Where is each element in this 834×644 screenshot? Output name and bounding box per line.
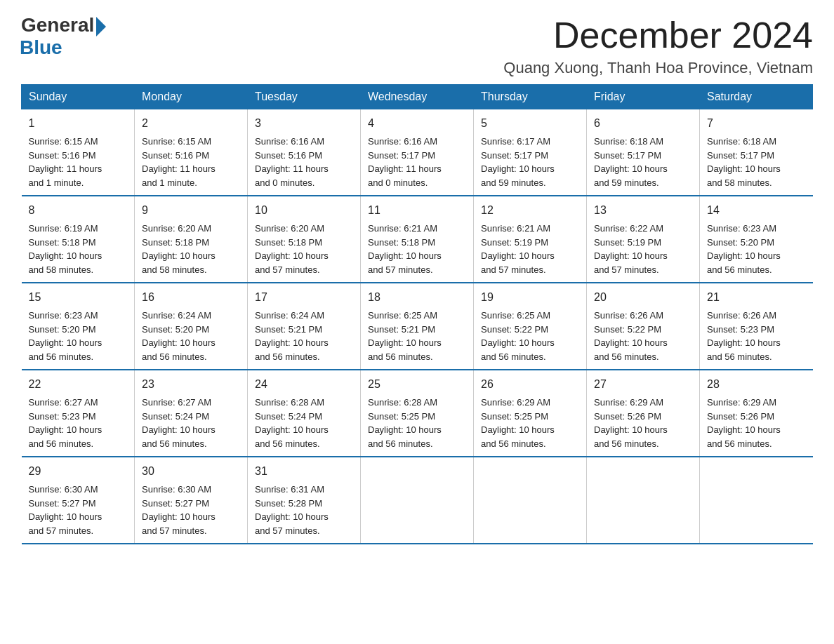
- calendar-cell: 29Sunrise: 6:30 AMSunset: 5:27 PMDayligh…: [22, 457, 135, 544]
- calendar-cell: 14Sunrise: 6:23 AMSunset: 5:20 PMDayligh…: [700, 196, 813, 283]
- cell-info: Sunrise: 6:27 AMSunset: 5:23 PMDaylight:…: [29, 396, 128, 450]
- cell-info: Sunrise: 6:25 AMSunset: 5:21 PMDaylight:…: [368, 309, 466, 363]
- cell-info: Sunrise: 6:29 AMSunset: 5:26 PMDaylight:…: [707, 396, 806, 450]
- cell-info: Sunrise: 6:28 AMSunset: 5:25 PMDaylight:…: [368, 396, 466, 450]
- week-row-5: 29Sunrise: 6:30 AMSunset: 5:27 PMDayligh…: [22, 457, 813, 544]
- cell-info: Sunrise: 6:17 AMSunset: 5:17 PMDaylight:…: [481, 135, 579, 189]
- day-number: 12: [481, 202, 579, 219]
- calendar-cell: 30Sunrise: 6:30 AMSunset: 5:27 PMDayligh…: [135, 457, 248, 544]
- calendar-cell: 6Sunrise: 6:18 AMSunset: 5:17 PMDaylight…: [587, 109, 700, 196]
- day-number: 4: [368, 115, 466, 132]
- calendar-cell: 12Sunrise: 6:21 AMSunset: 5:19 PMDayligh…: [474, 196, 587, 283]
- header-friday: Friday: [587, 85, 700, 109]
- day-number: 28: [707, 376, 806, 393]
- calendar-header-row: SundayMondayTuesdayWednesdayThursdayFrid…: [22, 85, 813, 109]
- cell-info: Sunrise: 6:30 AMSunset: 5:27 PMDaylight:…: [142, 483, 240, 537]
- day-number: 13: [594, 202, 692, 219]
- calendar-cell: 20Sunrise: 6:26 AMSunset: 5:22 PMDayligh…: [587, 283, 700, 370]
- week-row-3: 15Sunrise: 6:23 AMSunset: 5:20 PMDayligh…: [22, 283, 813, 370]
- day-number: 23: [142, 376, 240, 393]
- calendar-cell: 9Sunrise: 6:20 AMSunset: 5:18 PMDaylight…: [135, 196, 248, 283]
- day-number: 26: [481, 376, 579, 393]
- calendar-cell: [587, 457, 700, 544]
- cell-info: Sunrise: 6:24 AMSunset: 5:21 PMDaylight:…: [255, 309, 353, 363]
- calendar-cell: [474, 457, 587, 544]
- cell-info: Sunrise: 6:16 AMSunset: 5:16 PMDaylight:…: [255, 135, 353, 189]
- cell-info: Sunrise: 6:15 AMSunset: 5:16 PMDaylight:…: [29, 135, 128, 189]
- cell-info: Sunrise: 6:20 AMSunset: 5:18 PMDaylight:…: [255, 222, 353, 276]
- day-number: 31: [255, 463, 353, 480]
- day-number: 1: [29, 115, 128, 132]
- logo: General Blue: [21, 14, 106, 59]
- week-row-4: 22Sunrise: 6:27 AMSunset: 5:23 PMDayligh…: [22, 370, 813, 457]
- cell-info: Sunrise: 6:31 AMSunset: 5:28 PMDaylight:…: [255, 483, 353, 537]
- day-number: 29: [29, 463, 128, 480]
- cell-info: Sunrise: 6:18 AMSunset: 5:17 PMDaylight:…: [594, 135, 692, 189]
- day-number: 27: [594, 376, 692, 393]
- header-sunday: Sunday: [22, 85, 135, 109]
- cell-info: Sunrise: 6:23 AMSunset: 5:20 PMDaylight:…: [29, 309, 128, 363]
- cell-info: Sunrise: 6:19 AMSunset: 5:18 PMDaylight:…: [29, 222, 128, 276]
- header-wednesday: Wednesday: [361, 85, 474, 109]
- cell-info: Sunrise: 6:16 AMSunset: 5:17 PMDaylight:…: [368, 135, 466, 189]
- calendar-cell: 13Sunrise: 6:22 AMSunset: 5:19 PMDayligh…: [587, 196, 700, 283]
- day-number: 10: [255, 202, 353, 219]
- cell-info: Sunrise: 6:23 AMSunset: 5:20 PMDaylight:…: [707, 222, 806, 276]
- calendar-cell: 7Sunrise: 6:18 AMSunset: 5:17 PMDaylight…: [700, 109, 813, 196]
- cell-info: Sunrise: 6:26 AMSunset: 5:22 PMDaylight:…: [594, 309, 692, 363]
- calendar-table: SundayMondayTuesdayWednesdayThursdayFrid…: [21, 84, 813, 544]
- day-number: 15: [29, 289, 128, 306]
- cell-info: Sunrise: 6:24 AMSunset: 5:20 PMDaylight:…: [142, 309, 240, 363]
- calendar-cell: 26Sunrise: 6:29 AMSunset: 5:25 PMDayligh…: [474, 370, 587, 457]
- month-title: December 2024: [503, 14, 813, 56]
- page-header: General Blue December 2024 Quang Xuong, …: [21, 14, 813, 77]
- week-row-2: 8Sunrise: 6:19 AMSunset: 5:18 PMDaylight…: [22, 196, 813, 283]
- calendar-cell: 17Sunrise: 6:24 AMSunset: 5:21 PMDayligh…: [248, 283, 361, 370]
- cell-info: Sunrise: 6:30 AMSunset: 5:27 PMDaylight:…: [29, 483, 128, 537]
- calendar-cell: 25Sunrise: 6:28 AMSunset: 5:25 PMDayligh…: [361, 370, 474, 457]
- calendar-cell: 24Sunrise: 6:28 AMSunset: 5:24 PMDayligh…: [248, 370, 361, 457]
- day-number: 18: [368, 289, 466, 306]
- day-number: 7: [707, 115, 806, 132]
- day-number: 25: [368, 376, 466, 393]
- cell-info: Sunrise: 6:18 AMSunset: 5:17 PMDaylight:…: [707, 135, 806, 189]
- calendar-cell: 27Sunrise: 6:29 AMSunset: 5:26 PMDayligh…: [587, 370, 700, 457]
- header-tuesday: Tuesday: [248, 85, 361, 109]
- header-saturday: Saturday: [700, 85, 813, 109]
- cell-info: Sunrise: 6:28 AMSunset: 5:24 PMDaylight:…: [255, 396, 353, 450]
- day-number: 6: [594, 115, 692, 132]
- logo-blue-text: Blue: [20, 36, 62, 59]
- calendar-cell: 8Sunrise: 6:19 AMSunset: 5:18 PMDaylight…: [22, 196, 135, 283]
- day-number: 11: [368, 202, 466, 219]
- week-row-1: 1Sunrise: 6:15 AMSunset: 5:16 PMDaylight…: [22, 109, 813, 196]
- calendar-cell: 31Sunrise: 6:31 AMSunset: 5:28 PMDayligh…: [248, 457, 361, 544]
- cell-info: Sunrise: 6:21 AMSunset: 5:19 PMDaylight:…: [481, 222, 579, 276]
- cell-info: Sunrise: 6:15 AMSunset: 5:16 PMDaylight:…: [142, 135, 240, 189]
- day-number: 20: [594, 289, 692, 306]
- calendar-cell: 18Sunrise: 6:25 AMSunset: 5:21 PMDayligh…: [361, 283, 474, 370]
- calendar-cell: [361, 457, 474, 544]
- cell-info: Sunrise: 6:21 AMSunset: 5:18 PMDaylight:…: [368, 222, 466, 276]
- cell-info: Sunrise: 6:20 AMSunset: 5:18 PMDaylight:…: [142, 222, 240, 276]
- day-number: 9: [142, 202, 240, 219]
- calendar-cell: 3Sunrise: 6:16 AMSunset: 5:16 PMDaylight…: [248, 109, 361, 196]
- calendar-cell: 21Sunrise: 6:26 AMSunset: 5:23 PMDayligh…: [700, 283, 813, 370]
- day-number: 5: [481, 115, 579, 132]
- day-number: 19: [481, 289, 579, 306]
- calendar-cell: 4Sunrise: 6:16 AMSunset: 5:17 PMDaylight…: [361, 109, 474, 196]
- day-number: 8: [29, 202, 128, 219]
- cell-info: Sunrise: 6:27 AMSunset: 5:24 PMDaylight:…: [142, 396, 240, 450]
- calendar-cell: 15Sunrise: 6:23 AMSunset: 5:20 PMDayligh…: [22, 283, 135, 370]
- day-number: 24: [255, 376, 353, 393]
- day-number: 2: [142, 115, 240, 132]
- day-number: 22: [29, 376, 128, 393]
- calendar-cell: [700, 457, 813, 544]
- calendar-cell: 5Sunrise: 6:17 AMSunset: 5:17 PMDaylight…: [474, 109, 587, 196]
- calendar-cell: 16Sunrise: 6:24 AMSunset: 5:20 PMDayligh…: [135, 283, 248, 370]
- cell-info: Sunrise: 6:22 AMSunset: 5:19 PMDaylight:…: [594, 222, 692, 276]
- day-number: 30: [142, 463, 240, 480]
- calendar-cell: 19Sunrise: 6:25 AMSunset: 5:22 PMDayligh…: [474, 283, 587, 370]
- day-number: 14: [707, 202, 806, 219]
- title-section: December 2024 Quang Xuong, Thanh Hoa Pro…: [503, 14, 813, 77]
- cell-info: Sunrise: 6:29 AMSunset: 5:26 PMDaylight:…: [594, 396, 692, 450]
